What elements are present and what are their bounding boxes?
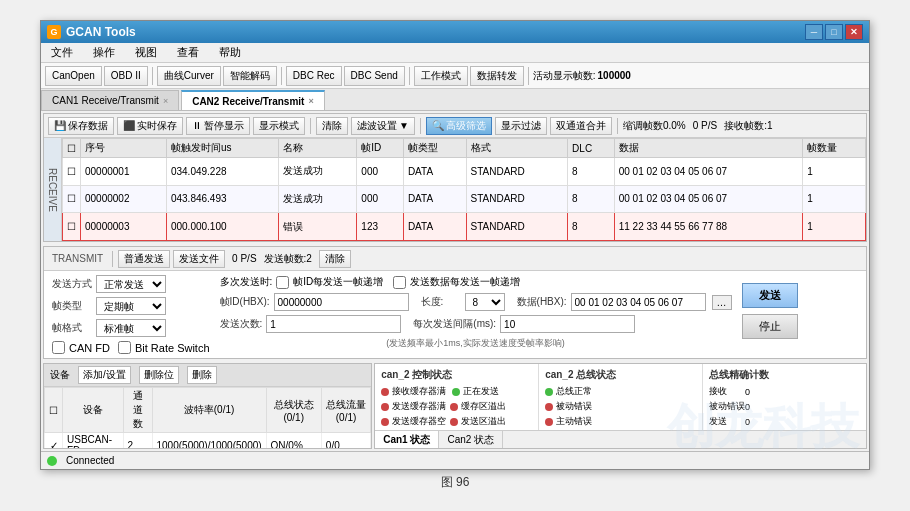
dual-channel-btn[interactable]: 双通道合并 — [550, 117, 612, 135]
frame-format-select[interactable]: 标准帧 — [96, 319, 166, 337]
can2-status-3 — [545, 418, 553, 426]
table-row[interactable]: ☐ 00000001 034.049.228 发送成功 000 DATA STA… — [63, 158, 866, 186]
data-expand-btn[interactable]: … — [712, 295, 732, 310]
increment-data-label: 发送数据每发送一帧递增 — [410, 275, 520, 289]
canfd-label: CAN FD — [69, 342, 110, 354]
send-method-select[interactable]: 正常发送 — [96, 275, 166, 293]
device-group-btn[interactable]: 删除位 — [139, 366, 179, 384]
transmit-label: TRANSMIT — [48, 253, 107, 264]
active-display-count: 100000 — [598, 70, 631, 81]
tab-can1[interactable]: CAN1 Receive/Transmit × — [41, 90, 179, 110]
frame-type-row: 帧类型 定期帧 — [52, 297, 210, 315]
error-stat: 0 — [745, 402, 750, 412]
dev-col-device: 设备 — [63, 388, 124, 433]
transmit-section: TRANSMIT 普通发送 发送文件 0 P/S 发送帧数:2 清除 发送方式 — [43, 246, 867, 359]
can2-status-1 — [545, 388, 553, 396]
status-panel: can_2 控制状态 接收缓存器满 正在发送 发送缓存器满 — [374, 363, 867, 449]
frame-format-label: 帧格式 — [52, 321, 92, 335]
receive-side-label: RECEIVE — [44, 138, 62, 241]
total-stats-title: 总线精确计数 — [709, 368, 860, 382]
figure-caption: 图 96 — [441, 474, 470, 491]
send-count-row: 发送次数: 每次发送间隔(ms): — [220, 315, 732, 333]
col-frameid: 帧ID — [357, 139, 404, 158]
tb-work-mode[interactable]: 工作模式 — [414, 66, 468, 86]
receive-table: ☐ 序号 帧触发时间us 名称 帧ID 帧类型 格式 DLC 数据 帧数量 — [62, 138, 866, 241]
device-add-btn[interactable]: 添加/设置 — [78, 366, 131, 384]
tb-obd[interactable]: OBD II — [104, 66, 148, 86]
can2-status-2 — [545, 403, 553, 411]
active-display-label: 活动显示帧数: — [533, 69, 596, 83]
menu-help[interactable]: 帮助 — [213, 43, 247, 62]
table-row-selected[interactable]: ☐ 00000003 000.000.100 错误 123 DATA STAND… — [63, 213, 866, 241]
transmit-count: 发送帧数:2 — [264, 252, 312, 266]
receive-body: RECEIVE ☐ 序号 帧触发时间us 名称 帧ID — [44, 138, 866, 241]
send-count-label: 发送次数: — [220, 317, 263, 331]
can2-control-title: can_2 控制状态 — [381, 368, 532, 382]
interval-input[interactable] — [500, 315, 635, 333]
normal-send-btn[interactable]: 普通发送 — [118, 250, 170, 268]
send-count-input[interactable] — [266, 315, 401, 333]
main-content: 💾 保存数据 ⬛ 实时保存 ⏸ 暂停显示 显示模式 清除 滤波设置 ▼ 🔍 高级… — [41, 111, 869, 451]
tb-canopen[interactable]: CanOpen — [45, 66, 102, 86]
status-dot-4 — [450, 403, 458, 411]
maximize-button[interactable]: □ — [825, 24, 843, 40]
stop-button[interactable]: 停止 — [742, 314, 798, 339]
clear-btn[interactable]: 清除 — [316, 117, 348, 135]
connected-text: Connected — [66, 455, 114, 466]
advanced-filter-btn[interactable]: 🔍 高级筛选 — [426, 117, 492, 135]
multi-send-label: 多次发送时: — [220, 275, 273, 289]
pause-display-btn[interactable]: ⏸ 暂停显示 — [186, 117, 250, 135]
device-row[interactable]: ✓ USBCAN-FD 2 1000(5000)/1000(5000) ON/0… — [45, 433, 371, 449]
tb-curver[interactable]: 曲线Curver — [157, 66, 221, 86]
send-button[interactable]: 发送 — [742, 283, 798, 308]
tb-dbc-send[interactable]: DBC Send — [344, 66, 405, 86]
dev-col-flow: 总线流量(0/1) — [321, 388, 370, 433]
frameid-input[interactable] — [274, 293, 409, 311]
close-button[interactable]: ✕ — [845, 24, 863, 40]
filter-btn[interactable]: 滤波设置 ▼ — [351, 117, 415, 135]
tab2-close[interactable]: × — [308, 96, 313, 106]
tab-can2[interactable]: CAN2 Receive/Transmit × — [181, 90, 325, 110]
dev-col-busstatus: 总线状态(0/1) — [266, 388, 321, 433]
realtime-save-btn[interactable]: ⬛ 实时保存 — [117, 117, 183, 135]
status-content: can_2 控制状态 接收缓存器满 正在发送 发送缓存器满 — [375, 364, 866, 430]
device-del-btn[interactable]: 删除 — [187, 366, 217, 384]
device-table: ☐ 设备 通道数 波特率(0/1) 总线状态(0/1) 总线流量(0/1) — [44, 387, 371, 448]
increment-id-checkbox[interactable] — [276, 276, 289, 289]
scale-select[interactable]: 8 — [465, 293, 505, 311]
transmit-form: 发送方式 正常发送 帧类型 定期帧 帧格式 — [44, 271, 866, 358]
device-panel: 设备 添加/设置 删除位 删除 ☐ 设备 通道数 — [43, 363, 372, 449]
menu-view[interactable]: 视图 — [129, 43, 163, 62]
dev-col-baud: 波特率(0/1) — [152, 388, 266, 433]
menu-action[interactable]: 操作 — [87, 43, 121, 62]
canfd-checkbox[interactable] — [52, 341, 65, 354]
increment-data-checkbox[interactable] — [393, 276, 406, 289]
status-tab-can2[interactable]: Can2 状态 — [439, 431, 503, 448]
save-data-btn[interactable]: 💾 保存数据 — [48, 117, 114, 135]
tb-dbc-rec[interactable]: DBC Rec — [286, 66, 342, 86]
data-input[interactable] — [571, 293, 706, 311]
transmit-col1: 发送方式 正常发送 帧类型 定期帧 帧格式 — [52, 275, 210, 354]
menu-query[interactable]: 查看 — [171, 43, 205, 62]
status-tab-can1[interactable]: Can1 状态 — [375, 431, 439, 448]
tb-data-forward[interactable]: 数据转发 — [470, 66, 524, 86]
total-stats-col: 总线精确计数 接收 0 被动错误 0 发送 0 — [703, 364, 866, 430]
can2-total-col: can_2 总线状态 总线正常 被动错误 主动错误 — [539, 364, 703, 430]
display-filter-btn[interactable]: 显示过滤 — [495, 117, 547, 135]
send-file-btn[interactable]: 发送文件 — [173, 250, 225, 268]
increment-id-label: 帧ID每发送一帧递增 — [293, 275, 383, 289]
display-mode-btn[interactable]: 显示模式 — [253, 117, 305, 135]
receive-table-wrapper[interactable]: ☐ 序号 帧触发时间us 名称 帧ID 帧类型 格式 DLC 数据 帧数量 — [62, 138, 866, 241]
bottom-section: 设备 添加/设置 删除位 删除 ☐ 设备 通道数 — [41, 361, 869, 451]
tb-smart-decode[interactable]: 智能解码 — [223, 66, 277, 86]
transmit-clear-btn[interactable]: 清除 — [319, 250, 351, 268]
tab1-close[interactable]: × — [163, 96, 168, 106]
form-note: (发送频率最小1ms,实际发送速度受帧率影响) — [220, 337, 732, 350]
minimize-button[interactable]: ─ — [805, 24, 823, 40]
device-panel-header: 设备 添加/设置 删除位 删除 — [44, 364, 371, 387]
bitrate-checkbox[interactable] — [118, 341, 131, 354]
frameid-row: 帧ID(HBX): 长度: 8 数据(HBX): … — [220, 293, 732, 311]
table-row[interactable]: ☐ 00000002 043.846.493 发送成功 000 DATA STA… — [63, 185, 866, 213]
menu-file[interactable]: 文件 — [45, 43, 79, 62]
frame-type-select[interactable]: 定期帧 — [96, 297, 166, 315]
